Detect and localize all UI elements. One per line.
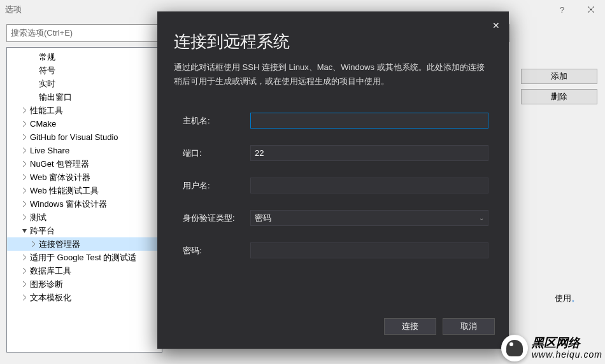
auth-select[interactable]: 密码 ⌄	[250, 210, 488, 226]
tree-item[interactable]: 实时	[7, 77, 162, 90]
password-label: 密码:	[183, 245, 250, 256]
tree-item[interactable]: 数据库工具	[7, 264, 162, 277]
tree-item[interactable]: Web 性能测试工具	[7, 184, 162, 197]
tree-item[interactable]: Web 窗体设计器	[7, 171, 162, 184]
caret-icon	[21, 227, 28, 234]
user-label: 用户名:	[183, 180, 250, 192]
host-input[interactable]	[250, 113, 488, 129]
connection-form: 主机名: 端口: 用户名: 身份验证类型: 密码 ⌄ 密码:	[174, 113, 492, 258]
user-input[interactable]	[250, 178, 488, 193]
tree-item[interactable]: GitHub for Visual Studio	[7, 130, 162, 144]
tree-item-label: Windows 窗体设计器	[30, 199, 107, 210]
tree-item[interactable]: 跨平台	[7, 224, 162, 237]
caret-icon	[21, 281, 28, 288]
dialog-close-button[interactable]: ✕	[492, 20, 500, 31]
host-label: 主机名:	[183, 115, 250, 127]
caret-icon	[21, 254, 28, 261]
caret-icon	[21, 200, 28, 207]
right-buttons: 添加 删除	[521, 69, 597, 104]
tree-item[interactable]: CMake	[7, 117, 162, 130]
tree-item[interactable]: 性能工具	[7, 104, 162, 117]
tree-item-label: 输出窗口	[39, 92, 72, 103]
watermark-text: 黑区网络 www.heiqu.com	[532, 337, 602, 360]
tree-item[interactable]: 常规	[7, 50, 162, 64]
tree-item[interactable]: NuGet 包管理器	[7, 157, 162, 171]
caret-icon	[21, 120, 28, 127]
caret-icon	[21, 160, 28, 167]
tree-item-label: 连接管理器	[39, 239, 80, 250]
tree-item-label: NuGet 包管理器	[30, 158, 89, 170]
caret-icon	[21, 174, 28, 181]
tree-item[interactable]: 文本模板化	[7, 291, 162, 304]
auth-label: 身份验证类型:	[183, 213, 250, 224]
caret-icon	[30, 67, 37, 74]
tree-item-label: 常规	[39, 52, 55, 63]
tree-item[interactable]: 适用于 Google Test 的测试适	[7, 251, 162, 264]
tree-item-label: CMake	[30, 119, 56, 129]
caret-icon	[21, 134, 28, 141]
port-label: 端口:	[183, 148, 250, 159]
tree-item[interactable]: 符号	[7, 64, 162, 77]
caret-icon	[21, 214, 28, 221]
caret-icon	[21, 107, 28, 114]
dialog-buttons: 连接 取消	[384, 318, 495, 335]
caret-icon	[30, 80, 37, 87]
port-row: 端口:	[183, 145, 488, 161]
tree-item[interactable]: 测试	[7, 211, 162, 224]
caret-icon	[30, 53, 37, 60]
caret-icon	[21, 294, 28, 301]
user-row: 用户名:	[183, 178, 488, 193]
remove-button[interactable]: 删除	[521, 89, 597, 104]
tree-item-label: 图形诊断	[30, 279, 63, 290]
tree-item-label: Web 性能测试工具	[30, 185, 99, 197]
close-icon: ✕	[492, 20, 500, 31]
tree-item-label: 文本模板化	[30, 292, 71, 304]
host-row: 主机名:	[183, 113, 488, 129]
caret-icon	[30, 94, 37, 101]
tree-item-label: GitHub for Visual Studio	[30, 132, 118, 142]
tree-item[interactable]: 图形诊断	[7, 277, 162, 291]
close-icon	[588, 6, 594, 13]
help-button[interactable]: ?	[548, 0, 576, 19]
password-row: 密码:	[183, 242, 488, 258]
caret-icon	[30, 241, 37, 248]
tree-item-label: 实时	[39, 78, 55, 90]
tree-item-label: 符号	[39, 65, 55, 76]
close-button[interactable]	[576, 0, 605, 19]
caret-icon	[21, 147, 28, 154]
tree-item[interactable]: Live Share	[7, 144, 162, 157]
watermark: 黑区网络 www.heiqu.com	[501, 335, 602, 361]
tree-item-label: 性能工具	[30, 105, 63, 116]
tree-item[interactable]: Windows 窗体设计器	[7, 197, 162, 211]
tree-item-label: Web 窗体设计器	[30, 172, 90, 183]
tree-item[interactable]: 连接管理器	[7, 237, 162, 251]
auth-row: 身份验证类型: 密码 ⌄	[183, 210, 488, 226]
add-button[interactable]: 添加	[521, 69, 597, 84]
status-text: 使用。	[555, 293, 580, 304]
tree-item-label: 测试	[30, 212, 46, 223]
chevron-down-icon: ⌄	[479, 214, 484, 221]
port-input[interactable]	[250, 145, 488, 161]
watermark-icon	[501, 335, 528, 361]
auth-value: 密码	[255, 213, 271, 224]
tree-item-label: 适用于 Google Test 的测试适	[30, 252, 136, 263]
password-input[interactable]	[250, 242, 488, 258]
caret-icon	[21, 187, 28, 194]
dialog-title: 连接到远程系统	[174, 31, 492, 53]
connect-dialog: ✕ 连接到远程系统 通过此对话框使用 SSH 连接到 Linux、Mac、Win…	[157, 11, 509, 349]
tree-item-label: 跨平台	[30, 225, 55, 237]
options-tree[interactable]: 常规符号实时输出窗口性能工具CMakeGitHub for Visual Stu…	[6, 47, 162, 353]
caret-icon	[21, 267, 28, 274]
dialog-content: 连接到远程系统 通过此对话框使用 SSH 连接到 Linux、Mac、Windo…	[157, 11, 509, 270]
dialog-description: 通过此对话框使用 SSH 连接到 Linux、Mac、Windows 或其他系统…	[174, 60, 492, 88]
cancel-button[interactable]: 取消	[443, 318, 495, 335]
tree-item-label: 数据库工具	[30, 265, 71, 277]
connect-button[interactable]: 连接	[384, 318, 436, 335]
tree-item[interactable]: 输出窗口	[7, 90, 162, 104]
tree-item-label: Live Share	[30, 146, 69, 155]
